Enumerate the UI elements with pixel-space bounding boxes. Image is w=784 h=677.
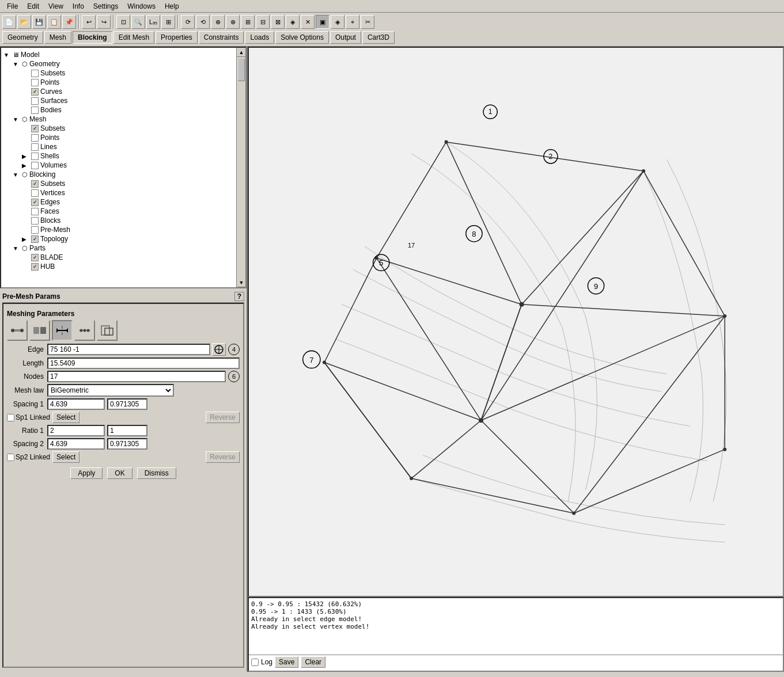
tree-node-geo-surfaces[interactable]: Surfaces [3, 96, 235, 105]
ratio1-input[interactable] [47, 425, 105, 436]
tree-expander-blk-blocks[interactable] [22, 218, 31, 224]
view2-button[interactable]: 🔍 [131, 15, 145, 29]
sp2select-btn[interactable]: Select [52, 451, 79, 463]
param-icon-3[interactable]: II [52, 320, 73, 341]
tree-expander-mesh-lines[interactable] [22, 144, 31, 150]
length-input[interactable] [47, 357, 240, 369]
ratio1-right[interactable] [107, 425, 147, 436]
new-button[interactable]: 📄 [2, 15, 16, 29]
tree-check-blade[interactable]: ✓ [31, 254, 39, 261]
tree-node-mesh-points[interactable]: Points [3, 133, 235, 142]
param-icon-1[interactable] [7, 320, 28, 341]
tree-node-blocking[interactable]: ▼ ⬡ Blocking [3, 170, 235, 179]
tree-node-blk-blocks[interactable]: Blocks [3, 216, 235, 225]
rot6-button[interactable]: ⊟ [256, 15, 270, 29]
tree-check-mesh-lines[interactable] [31, 143, 39, 151]
tree-node-blk-premesh[interactable]: Pre-Mesh [3, 225, 235, 234]
tree-expander-geo-bodies[interactable] [22, 107, 31, 113]
menu-help[interactable]: Help [160, 1, 184, 12]
tab-editmesh[interactable]: Edit Mesh [113, 31, 154, 44]
premesh-help-btn[interactable]: ? [234, 292, 244, 301]
tab-solveoptions[interactable]: Solve Options [275, 31, 329, 44]
rot7-button[interactable]: ⊠ [271, 15, 285, 29]
tree-node-model[interactable]: ▼ 🖥 Model [3, 50, 235, 59]
tree-scroll-down[interactable]: ▼ [237, 278, 246, 287]
tree-node-geo-subsets[interactable]: Subsets [3, 69, 235, 78]
tree-expander-blade[interactable] [22, 254, 31, 261]
tree-check-blk-blocks[interactable] [31, 217, 39, 225]
tree-node-mesh-shells[interactable]: ▶ Shells [3, 151, 235, 161]
tab-constraints[interactable]: Constraints [199, 31, 244, 44]
tree-expander-blocking[interactable]: ▼ [13, 172, 22, 178]
tree-scroll-up[interactable]: ▲ [237, 48, 246, 57]
save3-button[interactable]: 📌 [62, 15, 76, 29]
menu-settings[interactable]: Settings [89, 1, 123, 12]
sp1select-btn[interactable]: Select [52, 412, 79, 423]
tree-check-blk-subsets[interactable]: ✓ [31, 180, 39, 188]
tree-node-mesh-subsets[interactable]: ✓ Subsets [3, 124, 235, 133]
tree-expander-blk-topology[interactable]: ▶ [22, 236, 31, 242]
spacing2-ratio[interactable] [107, 438, 147, 450]
view4-button[interactable]: ⊞ [161, 15, 175, 29]
tree-expander-geo-subsets[interactable] [22, 70, 31, 77]
spacing1-ratio[interactable] [107, 398, 147, 410]
sp2linked-check[interactable] [7, 454, 14, 461]
rot3-button[interactable]: ⊕ [211, 15, 225, 29]
tree-check-mesh-volumes[interactable] [31, 162, 39, 169]
menu-info[interactable]: Info [68, 1, 89, 12]
tree-check-blk-topology[interactable]: ✓ [31, 235, 39, 243]
rot9-button[interactable]: ✕ [301, 15, 315, 29]
viewport[interactable]: 1 2 5 7 8 9 17 [248, 47, 784, 597]
param-icon-4[interactable] [74, 320, 95, 341]
block3-button[interactable]: ⌖ [346, 15, 359, 29]
tree-check-blk-edges[interactable]: ✓ [31, 199, 39, 206]
rot1-button[interactable]: ⟳ [181, 15, 195, 29]
menu-windows[interactable]: Windows [123, 1, 160, 12]
tree-check-geo-bodies[interactable] [31, 107, 39, 114]
tree-check-blk-premesh[interactable] [31, 226, 39, 234]
tree-node-parts[interactable]: ▼ ⬡ Parts [3, 244, 235, 253]
log-save-btn[interactable]: Save [275, 656, 298, 668]
tree-expander-geo-points[interactable] [22, 79, 31, 86]
tree-node-mesh-lines[interactable]: Lines [3, 142, 235, 151]
undo-button[interactable]: ↩ [82, 15, 96, 29]
tree-check-blk-vertices[interactable] [31, 189, 39, 197]
tree-check-geo-subsets[interactable] [31, 70, 39, 77]
apply-btn[interactable]: Apply [70, 467, 103, 479]
log-check[interactable] [251, 659, 259, 666]
tree-expander-mesh[interactable]: ▼ [13, 116, 22, 123]
tree-expander-mesh-points[interactable] [22, 135, 31, 141]
spacing1-input[interactable] [47, 398, 105, 410]
tree-expander-blk-subsets[interactable] [22, 181, 31, 187]
save-button[interactable]: 💾 [32, 15, 46, 29]
menu-file[interactable]: File [2, 1, 22, 12]
rot2-button[interactable]: ⟲ [196, 15, 210, 29]
rot4-button[interactable]: ⊗ [226, 15, 240, 29]
tree-node-geo-bodies[interactable]: Bodies [3, 105, 235, 115]
tree-node-blk-edges[interactable]: ✓ Edges [3, 197, 235, 207]
block1-button[interactable]: ▣ [316, 15, 329, 29]
edge-input[interactable] [47, 344, 210, 355]
tree-expander-mesh-shells[interactable]: ▶ [22, 153, 31, 159]
tree-node-blk-vertices[interactable]: Vertices [3, 188, 235, 197]
tab-loads[interactable]: Loads [245, 31, 274, 44]
block2-button[interactable]: ◈ [331, 15, 344, 29]
tree-check-mesh-shells[interactable] [31, 153, 39, 160]
tree-expander-geo-surfaces[interactable] [22, 98, 31, 104]
tree-node-geometry[interactable]: ▼ ⬡ Geometry [3, 59, 235, 69]
tree-node-mesh[interactable]: ▼ ⬡ Mesh [3, 115, 235, 124]
tree-node-blk-subsets[interactable]: ✓ Subsets [3, 179, 235, 188]
rot5-button[interactable]: ⊞ [241, 15, 255, 29]
tree-expander-mesh-volumes[interactable]: ▶ [22, 162, 31, 169]
param-icon-5[interactable] [97, 320, 118, 341]
sp1linked-check[interactable] [7, 414, 14, 421]
tree-node-mesh-volumes[interactable]: ▶ Volumes [3, 161, 235, 170]
edge-pick-btn[interactable] [212, 343, 226, 356]
dismiss-btn[interactable]: Dismiss [137, 467, 176, 479]
tree-node-blade[interactable]: ✓ BLADE [3, 253, 235, 262]
tree-expander-blk-faces[interactable] [22, 208, 31, 215]
save2-button[interactable]: 📋 [47, 15, 61, 29]
tree-expander-geometry[interactable]: ▼ [13, 61, 22, 67]
view1-button[interactable]: ⊡ [116, 15, 130, 29]
tab-cart3d[interactable]: Cart3D [362, 31, 395, 44]
